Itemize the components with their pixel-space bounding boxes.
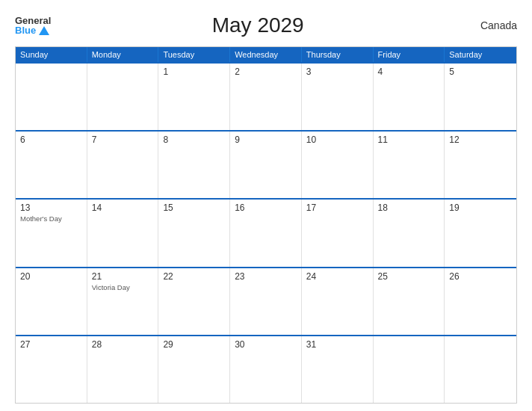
day-number: 20 [20,271,82,282]
cal-cell: 5 [445,64,516,130]
cal-cell: 21Victoria Day [87,268,159,335]
day-number: 19 [449,203,512,213]
cal-cell: 23 [230,268,302,335]
calendar-week-1: 12345 [16,62,516,130]
day-number: 31 [306,339,368,350]
day-number: 2 [235,67,297,77]
day-number: 14 [92,203,154,213]
cal-cell: 17 [302,200,374,266]
cal-cell: 8 [158,132,230,198]
cal-cell: 12 [445,132,516,198]
calendar-grid: Sunday Monday Tuesday Wednesday Thursday… [15,46,517,404]
cal-cell: 22 [158,268,230,335]
cal-cell: 15 [158,200,230,266]
header-sunday: Sunday [16,47,87,62]
day-number: 7 [92,135,154,145]
header-wednesday: Wednesday [230,47,302,62]
day-number: 1 [163,67,225,77]
calendar-week-4: 2021Victoria Day2223242526 [16,267,516,335]
header-tuesday: Tuesday [158,47,230,62]
cal-cell: 9 [230,132,302,198]
day-number: 10 [306,135,368,145]
day-number: 5 [449,67,512,77]
holiday-label: Victoria Day [92,283,154,291]
cal-cell: 20 [16,268,87,335]
header-saturday: Saturday [445,47,516,62]
header-monday: Monday [87,47,159,62]
cal-cell: 3 [302,64,374,130]
calendar-week-3: 13Mother's Day141516171819 [16,198,516,266]
day-number: 18 [378,203,440,213]
day-number: 30 [235,339,297,350]
calendar-title: May 2029 [51,13,465,37]
header-friday: Friday [374,47,445,62]
day-number: 27 [20,339,82,350]
day-number: 29 [163,339,225,350]
cal-cell [445,336,516,403]
logo: General Blue [15,16,51,35]
cal-cell [374,336,445,403]
calendar-week-2: 6789101112 [16,130,516,198]
cal-cell [87,64,159,130]
header: General Blue May 2029 Canada [15,13,517,37]
cal-cell: 1 [158,64,230,130]
cal-cell: 4 [374,64,445,130]
calendar-header: Sunday Monday Tuesday Wednesday Thursday… [16,47,516,62]
header-thursday: Thursday [302,47,374,62]
day-number: 12 [449,135,512,145]
day-number: 3 [306,67,368,77]
cal-cell [16,64,87,130]
day-number: 22 [163,271,225,282]
day-number: 28 [92,339,154,350]
cal-cell: 16 [230,200,302,266]
cal-cell: 24 [302,268,374,335]
cal-cell: 19 [445,200,516,266]
country-label: Canada [465,19,517,31]
day-number: 15 [163,203,225,213]
calendar-page: General Blue May 2029 Canada Sunday Mond… [0,0,532,411]
cal-cell: 6 [16,132,87,198]
holiday-label: Mother's Day [20,214,82,223]
cal-cell: 27 [16,336,87,403]
cal-cell: 10 [302,132,374,198]
day-number: 23 [235,271,297,282]
calendar-week-5: 2728293031 [16,335,516,403]
calendar-body: 12345678910111213Mother's Day14151617181… [16,62,516,403]
cal-cell: 7 [87,132,159,198]
day-number: 11 [378,135,440,145]
day-number: 21 [92,271,154,282]
day-number: 6 [20,135,82,145]
cal-cell: 31 [302,336,374,403]
cal-cell: 25 [374,268,445,335]
cal-cell: 13Mother's Day [16,200,87,266]
logo-triangle-icon [39,26,49,35]
cal-cell: 28 [87,336,159,403]
logo-blue-text: Blue [15,25,51,35]
cal-cell: 14 [87,200,159,266]
day-number: 4 [378,67,440,77]
day-number: 26 [449,271,512,282]
day-number: 16 [235,203,297,213]
cal-cell: 29 [158,336,230,403]
day-number: 17 [306,203,368,213]
cal-cell: 11 [374,132,445,198]
cal-cell: 18 [374,200,445,266]
cal-cell: 30 [230,336,302,403]
day-number: 25 [378,271,440,282]
day-number: 24 [306,271,368,282]
cal-cell: 26 [445,268,516,335]
day-number: 9 [235,135,297,145]
day-number: 8 [163,135,225,145]
day-number: 13 [20,203,82,213]
cal-cell: 2 [230,64,302,130]
